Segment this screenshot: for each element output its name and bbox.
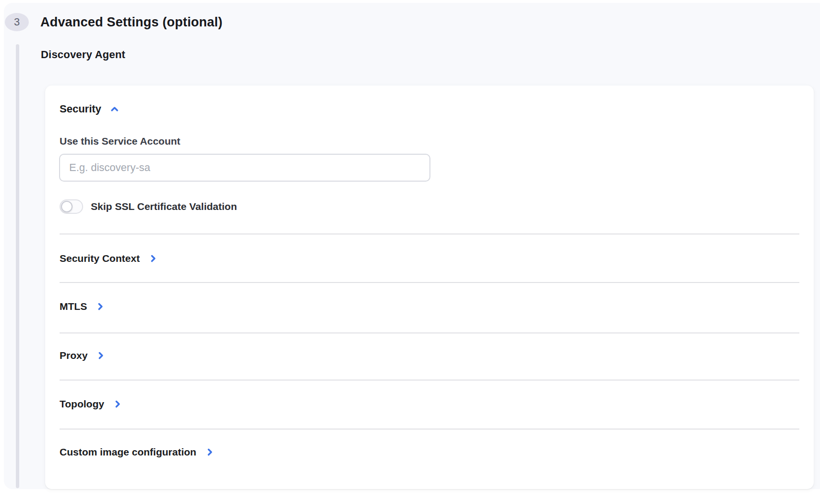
step-number: 3	[14, 16, 20, 28]
chevron-right-icon[interactable]	[112, 399, 123, 410]
section-label: Security	[60, 103, 101, 115]
divider	[60, 380, 799, 381]
divider	[60, 332, 799, 333]
toggle-knob	[61, 201, 73, 212]
service-account-label: Use this Service Account	[60, 135, 180, 147]
skip-ssl-label: Skip SSL Certificate Validation	[91, 201, 237, 212]
chevron-right-icon[interactable]	[95, 350, 106, 361]
section-label: MTLS	[60, 301, 87, 312]
section-label: Custom image configuration	[60, 446, 196, 458]
section-label: Security Context	[60, 253, 140, 264]
divider	[60, 282, 799, 283]
section-row-topology[interactable]: Topology	[60, 397, 123, 411]
section-label: Proxy	[60, 350, 87, 361]
discovery-agent-heading: Discovery Agent	[41, 49, 125, 61]
chevron-right-icon[interactable]	[147, 253, 159, 264]
divider	[60, 429, 799, 430]
service-account-input[interactable]	[59, 154, 430, 182]
section-row-custom-image-configuration[interactable]: Custom image configuration	[60, 445, 215, 459]
divider	[60, 234, 799, 234]
chevron-right-icon[interactable]	[204, 447, 215, 458]
advanced-settings-card: Security Use this Service Account Skip S…	[45, 86, 814, 489]
chevron-right-icon[interactable]	[95, 301, 106, 312]
page-title: Advanced Settings (optional)	[40, 13, 222, 31]
step-connector-line	[16, 44, 19, 488]
section-row-mtls[interactable]: MTLS	[60, 299, 106, 314]
chevron-up-icon[interactable]	[109, 104, 120, 115]
section-label: Topology	[60, 398, 104, 410]
section-row-security-context[interactable]: Security Context	[60, 251, 159, 266]
section-row-proxy[interactable]: Proxy	[60, 348, 106, 363]
skip-ssl-row: Skip SSL Certificate Validation	[60, 199, 237, 214]
section-row-security[interactable]: Security	[60, 102, 120, 116]
skip-ssl-toggle[interactable]	[60, 199, 83, 214]
step-number-badge: 3	[5, 13, 29, 31]
